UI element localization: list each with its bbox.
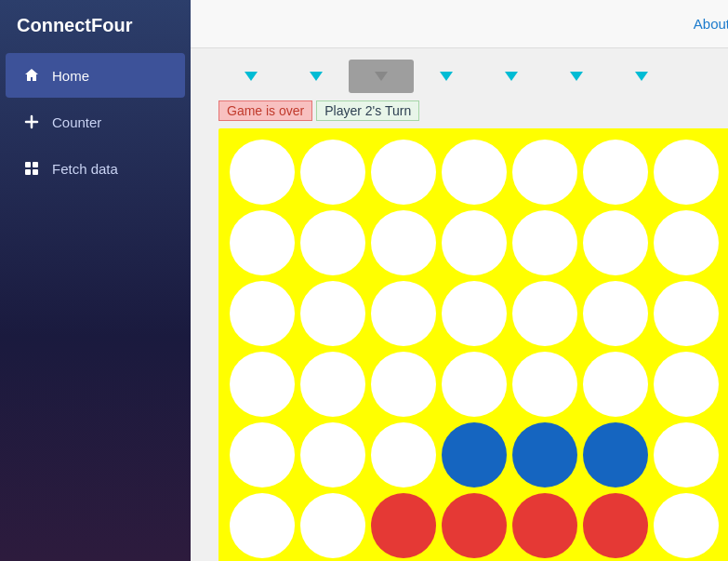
cell-4-3[interactable]	[442, 422, 507, 488]
col-arrow-3[interactable]	[414, 60, 479, 93]
cell-4-6[interactable]	[654, 422, 719, 488]
cell-3-2[interactable]	[371, 352, 436, 417]
status-bar: Game is over Player 2's Turn	[209, 100, 728, 121]
nav-label-counter: Counter	[52, 114, 101, 130]
cell-3-1[interactable]	[300, 352, 365, 417]
cell-2-0[interactable]	[230, 281, 295, 346]
cell-4-0[interactable]	[230, 422, 295, 488]
cell-1-3[interactable]	[442, 210, 507, 275]
nav-label-fetch-data: Fetch data	[52, 161, 118, 177]
cell-1-6[interactable]	[654, 210, 719, 275]
col-arrow-2[interactable]	[349, 60, 414, 93]
main-content: About Game is over Player 2's Turn	[191, 0, 728, 561]
col-arrow-5[interactable]	[544, 60, 609, 93]
sidebar: ConnectFour HomeCounterFetch data	[0, 0, 191, 561]
nav-icon-home	[22, 66, 41, 85]
cell-4-4[interactable]	[512, 422, 577, 488]
game-board[interactable]	[218, 128, 728, 561]
svg-marker-6	[375, 72, 388, 81]
cell-2-2[interactable]	[371, 281, 436, 346]
col-arrow-0[interactable]	[218, 60, 284, 93]
svg-marker-10	[635, 72, 648, 81]
sidebar-item-counter[interactable]: Counter	[6, 100, 185, 144]
cell-0-5[interactable]	[583, 140, 648, 205]
cell-1-5[interactable]	[583, 210, 648, 275]
cell-0-2[interactable]	[371, 140, 436, 205]
cell-0-4[interactable]	[512, 140, 577, 205]
cell-4-1[interactable]	[300, 422, 365, 488]
cell-5-0[interactable]	[230, 493, 295, 558]
sidebar-nav: HomeCounterFetch data	[0, 51, 191, 193]
col-arrow-4[interactable]	[479, 60, 544, 93]
cell-1-1[interactable]	[300, 210, 365, 275]
cell-3-6[interactable]	[654, 352, 719, 417]
cell-5-6[interactable]	[654, 493, 719, 558]
cell-5-2[interactable]	[371, 493, 436, 558]
cell-3-0[interactable]	[230, 352, 295, 417]
svg-rect-3	[33, 169, 38, 175]
cell-5-4[interactable]	[512, 493, 577, 558]
cell-1-4[interactable]	[512, 210, 577, 275]
sidebar-title: ConnectFour	[0, 0, 191, 51]
svg-rect-2	[25, 169, 31, 175]
game-over-badge: Game is over	[218, 100, 312, 121]
nav-icon-fetch-data	[22, 159, 41, 178]
cell-1-0[interactable]	[230, 210, 295, 275]
content-area: Game is over Player 2's Turn	[191, 48, 728, 561]
cell-0-1[interactable]	[300, 140, 365, 205]
cell-0-3[interactable]	[442, 140, 507, 205]
nav-icon-counter	[22, 113, 41, 131]
nav-label-home: Home	[52, 68, 89, 84]
cell-2-3[interactable]	[442, 281, 507, 346]
topbar: About	[191, 0, 728, 48]
svg-marker-7	[440, 72, 453, 81]
sidebar-item-fetch-data[interactable]: Fetch data	[6, 146, 185, 191]
svg-rect-1	[33, 162, 38, 167]
cell-5-3[interactable]	[442, 493, 507, 558]
svg-marker-4	[245, 72, 258, 81]
svg-marker-5	[310, 72, 323, 81]
cell-4-2[interactable]	[371, 422, 436, 488]
cell-3-5[interactable]	[583, 352, 648, 417]
cell-3-3[interactable]	[442, 352, 507, 417]
cell-3-4[interactable]	[512, 352, 577, 417]
cell-2-1[interactable]	[300, 281, 365, 346]
cell-0-0[interactable]	[230, 140, 295, 205]
svg-rect-0	[25, 162, 31, 167]
svg-marker-9	[570, 72, 583, 81]
about-link[interactable]: About	[694, 16, 728, 32]
cell-4-5[interactable]	[583, 422, 648, 488]
cell-5-5[interactable]	[583, 493, 648, 558]
arrows-row	[209, 60, 728, 93]
cell-5-1[interactable]	[300, 493, 365, 558]
svg-marker-8	[505, 72, 518, 81]
sidebar-item-home[interactable]: Home	[6, 53, 185, 98]
col-arrow-1[interactable]	[284, 60, 349, 93]
player-turn-badge: Player 2's Turn	[316, 100, 419, 121]
cell-1-2[interactable]	[371, 210, 436, 275]
col-arrow-6[interactable]	[609, 60, 674, 93]
cell-2-6[interactable]	[654, 281, 719, 346]
cell-2-5[interactable]	[583, 281, 648, 346]
cell-2-4[interactable]	[512, 281, 577, 346]
cell-0-6[interactable]	[654, 140, 719, 205]
